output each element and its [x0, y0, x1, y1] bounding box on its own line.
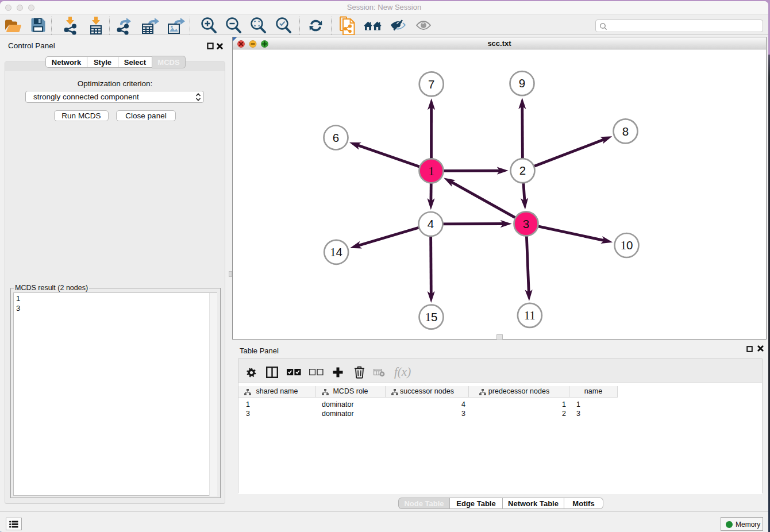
svg-text:4: 4: [428, 217, 434, 230]
svg-text:10: 10: [621, 238, 633, 252]
svg-text:14: 14: [330, 245, 342, 259]
svg-text:3: 3: [523, 217, 529, 230]
svg-text:8: 8: [622, 125, 629, 138]
svg-text:2: 2: [519, 164, 526, 177]
svg-text:7: 7: [428, 78, 434, 91]
svg-text:15: 15: [425, 310, 438, 323]
svg-text:6: 6: [333, 131, 339, 144]
svg-text:1: 1: [428, 165, 434, 178]
svg-text:11: 11: [524, 309, 536, 322]
svg-text:9: 9: [519, 76, 525, 90]
